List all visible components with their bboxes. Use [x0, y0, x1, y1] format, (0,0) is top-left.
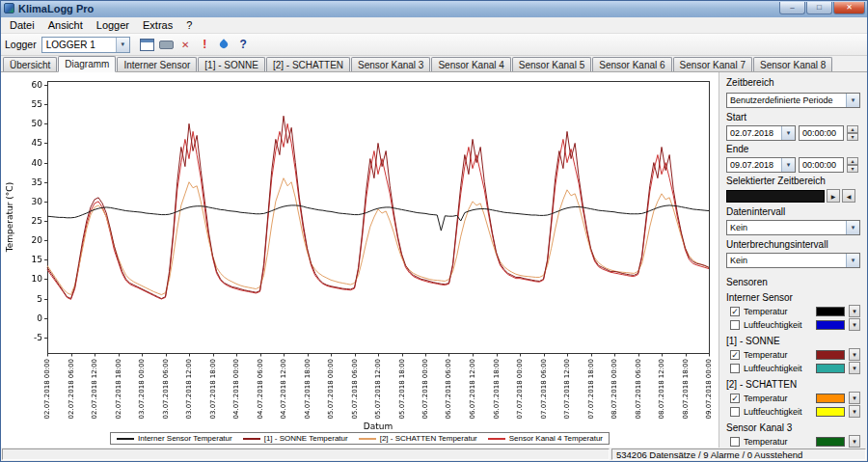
- temperatur-checkbox[interactable]: [730, 307, 740, 316]
- titlebar[interactable]: KlimaLogg Pro – □ ✕: [1, 1, 867, 17]
- usb-transfer-icon[interactable]: [158, 37, 175, 53]
- sensor-groups: Interner SensorTemperaturLuftfeuchtigkei…: [726, 292, 860, 448]
- spin-down-icon[interactable]: [847, 165, 858, 173]
- color-swatch[interactable]: [816, 364, 845, 373]
- toolbar: Logger LOGGER 1 ✕!?: [1, 34, 867, 56]
- humidity-icon[interactable]: [216, 37, 232, 53]
- menu-item-datei[interactable]: Datei: [3, 18, 41, 32]
- tab-sensor-kanal-5[interactable]: Sensor Kanal 5: [512, 57, 591, 71]
- menu-item-extras[interactable]: Extras: [136, 18, 179, 32]
- spin-down-icon[interactable]: [847, 133, 858, 141]
- range-forward-button[interactable]: [827, 189, 840, 203]
- color-dropdown-arrow[interactable]: [849, 348, 860, 361]
- range-slider[interactable]: [726, 190, 825, 203]
- tab-sensor-kanal-7[interactable]: Sensor Kanal 7: [673, 57, 752, 71]
- chevron-down-icon[interactable]: [781, 126, 795, 140]
- start-time-input[interactable]: 00:00:00: [799, 125, 844, 141]
- minimize-button[interactable]: –: [779, 2, 805, 14]
- selected-range-control: [726, 189, 860, 203]
- color-dropdown-arrow[interactable]: [849, 392, 860, 404]
- sensor-group-name: [2] - SCHATTEN: [726, 379, 860, 390]
- close-button[interactable]: ✕: [833, 2, 865, 14]
- maximize-button[interactable]: □: [806, 2, 832, 14]
- color-dropdown-arrow[interactable]: [849, 362, 860, 374]
- sensor-row-label: Luftfeuchtigkeit: [744, 364, 812, 373]
- content: Interner Sensor Temperatur[1] - SONNE Te…: [1, 72, 867, 448]
- color-swatch[interactable]: [816, 437, 845, 447]
- sensor-group-name: Sensor Kanal 3: [726, 422, 860, 433]
- tab-bersicht[interactable]: Übersicht: [3, 57, 57, 71]
- temperature-chart[interactable]: [3, 75, 717, 432]
- sensor-group-1-sonne: [1] - SONNETemperaturLuftfeuchtigkeit: [726, 336, 860, 374]
- temperatur-checkbox[interactable]: [730, 437, 740, 447]
- luftfeuchtigkeit-checkbox[interactable]: [730, 364, 740, 373]
- spin-up-icon[interactable]: [847, 157, 858, 165]
- start-time-value: 00:00:00: [802, 128, 836, 138]
- color-dropdown-arrow[interactable]: [849, 318, 860, 331]
- tab-1-sonne[interactable]: [1] - SONNE: [198, 57, 265, 71]
- alarm-icon[interactable]: !: [197, 37, 213, 53]
- legend-item: Interner Sensor Temperatur: [117, 434, 232, 443]
- color-dropdown-arrow[interactable]: [849, 405, 860, 418]
- sensor-row-label: Temperatur: [744, 350, 812, 360]
- color-dropdown-arrow[interactable]: [849, 305, 860, 317]
- ende-date-value: 09.07.2018: [730, 160, 773, 170]
- datenintervall-value: Kein: [730, 223, 747, 232]
- tab-interner-sensor[interactable]: Interner Sensor: [117, 57, 197, 71]
- menu-item-ansicht[interactable]: Ansicht: [41, 18, 90, 32]
- temperatur-checkbox[interactable]: [730, 394, 740, 403]
- start-label: Start: [726, 112, 860, 122]
- chevron-down-icon[interactable]: [116, 38, 129, 52]
- range-back-button[interactable]: [842, 189, 855, 203]
- ende-datetime-row: 09.07.2018 00:00:00: [726, 157, 860, 173]
- logger-label: Logger: [5, 39, 37, 50]
- color-swatch[interactable]: [816, 320, 845, 330]
- start-time-spinner: [847, 125, 858, 141]
- sensor-row: Temperatur: [730, 392, 860, 404]
- help-icon[interactable]: ?: [235, 37, 252, 53]
- spin-up-icon[interactable]: [847, 125, 858, 133]
- chart-panel: Interner Sensor Temperatur[1] - SONNE Te…: [1, 72, 719, 448]
- legend-line-swatch: [117, 438, 134, 440]
- sensor-row-label: Luftfeuchtigkeit: [744, 320, 812, 330]
- chevron-down-icon[interactable]: [846, 254, 859, 267]
- tab-diagramm[interactable]: Diagramm: [58, 56, 116, 72]
- period-select-value: Benutzerdefinierte Periode: [730, 95, 833, 105]
- delete-data-icon[interactable]: ✕: [177, 37, 194, 53]
- color-swatch[interactable]: [816, 350, 845, 360]
- tab-sensor-kanal-3[interactable]: Sensor Kanal 3: [351, 57, 430, 71]
- start-date-select[interactable]: 02.07.2018: [726, 125, 796, 141]
- unterbrechungsintervall-value: Kein: [730, 256, 747, 265]
- tab-sensor-kanal-8[interactable]: Sensor Kanal 8: [753, 57, 832, 71]
- ende-time-value: 00:00:00: [802, 160, 836, 170]
- chevron-down-icon[interactable]: [781, 158, 795, 172]
- tab-sensor-kanal-6[interactable]: Sensor Kanal 6: [592, 57, 671, 71]
- color-swatch[interactable]: [816, 394, 845, 403]
- menu-item-logger[interactable]: Logger: [90, 18, 136, 32]
- chevron-down-icon[interactable]: [846, 221, 859, 234]
- legend-label: [1] - SONNE Temperatur: [264, 434, 348, 443]
- unterbrechungsintervall-select[interactable]: Kein: [726, 253, 860, 268]
- sensor-row: Temperatur: [730, 348, 860, 361]
- chevron-down-icon[interactable]: [846, 94, 859, 107]
- tab-2-schatten[interactable]: [2] - SCHATTEN: [266, 57, 350, 71]
- period-select[interactable]: Benutzerdefinierte Periode: [726, 93, 860, 108]
- ende-date-select[interactable]: 09.07.2018: [726, 157, 796, 173]
- temperatur-checkbox[interactable]: [730, 350, 740, 360]
- color-dropdown-arrow[interactable]: [849, 435, 860, 448]
- datenintervall-select[interactable]: Kein: [726, 220, 860, 235]
- logger-select-value: LOGGER 1: [46, 40, 95, 50]
- luftfeuchtigkeit-checkbox[interactable]: [730, 320, 740, 330]
- status-text: 534206 Datensätze / 9 Alarme / 0 Aussteh…: [616, 449, 802, 460]
- read-logger-icon[interactable]: [139, 37, 155, 53]
- tab-sensor-kanal-4[interactable]: Sensor Kanal 4: [431, 57, 510, 71]
- ende-label: Ende: [726, 144, 860, 154]
- ende-time-input[interactable]: 00:00:00: [799, 157, 844, 173]
- color-swatch[interactable]: [816, 307, 845, 316]
- status-pane-left: [2, 448, 610, 460]
- color-swatch[interactable]: [816, 407, 845, 417]
- sensor-group-sensor-kanal-3: Sensor Kanal 3TemperaturLuftfeuchtigkeit: [726, 422, 860, 448]
- luftfeuchtigkeit-checkbox[interactable]: [730, 407, 740, 417]
- menu-item-hilfe[interactable]: ?: [179, 18, 199, 32]
- logger-select[interactable]: LOGGER 1: [41, 37, 130, 53]
